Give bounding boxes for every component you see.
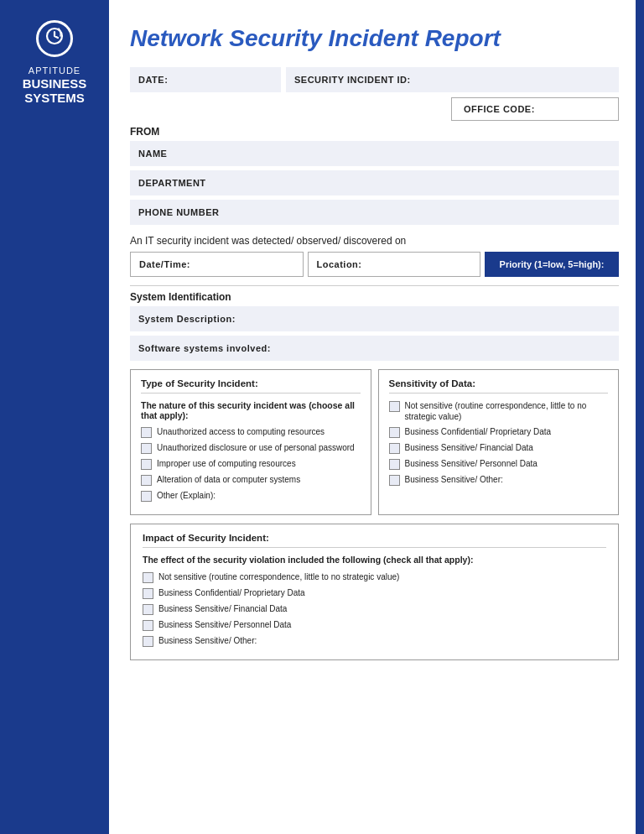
checkbox-label: Business Sensitive/ Financial Data [405, 442, 533, 453]
checkbox-label: Unauthorized disclosure or use of person… [157, 442, 355, 453]
security-id-field[interactable]: SECURITY INCIDENT ID: [286, 67, 619, 92]
system-section: System Identification System Description… [130, 285, 619, 361]
system-desc-field[interactable]: System Description: [130, 306, 619, 331]
checkbox-label: Not sensitive (routine correspondence, l… [158, 571, 399, 582]
system-desc-label: System Description: [138, 314, 236, 324]
impact-subtitle: The effect of the security violation inc… [143, 555, 606, 565]
department-field[interactable]: DEPARTMENT [130, 170, 619, 195]
checkbox-item: Business Sensitive/ Other: [143, 635, 606, 647]
checkbox-label: Business Confidential/ Proprietary Data [158, 587, 305, 598]
sidebar: APTITUDE BUSINESS SYSTEMS [0, 0, 109, 834]
checkbox-label: Alteration of data or computer systems [157, 474, 300, 485]
date-field[interactable]: DATE: [130, 67, 281, 92]
right-accent-bar [636, 0, 644, 834]
impact-section: Impact of Security Incident: The effect … [130, 524, 619, 660]
datetime-label: Date/Time: [139, 259, 190, 269]
checkbox-biz-confidential[interactable] [389, 427, 400, 438]
checkbox-other-type[interactable] [141, 491, 152, 502]
checkbox-not-sensitive[interactable] [389, 401, 400, 412]
checkbox-label: Other (Explain): [157, 490, 216, 501]
impact-title: Impact of Security Incident: [143, 533, 606, 548]
datetime-field[interactable]: Date/Time: [130, 252, 304, 277]
checkbox-item: Not sensitive (routine correspondence, l… [143, 571, 606, 583]
checkbox-biz-other[interactable] [389, 475, 400, 486]
incident-detected-label: An IT security incident was detected/ ob… [130, 235, 619, 247]
checkbox-label: Business Sensitive/ Personnel Data [405, 458, 538, 469]
checkbox-item: Business Sensitive/ Personnel Data [143, 619, 606, 631]
phone-field[interactable]: PHONE NUMBER [130, 200, 619, 225]
checkbox-item: Business Confidential/ Proprietary Data [389, 426, 609, 438]
checkbox-improper-use[interactable] [141, 459, 152, 470]
name-field[interactable]: NAME [130, 141, 619, 166]
system-id-title: System Identification [130, 285, 619, 306]
name-label: NAME [138, 149, 167, 159]
location-field[interactable]: Location: [308, 252, 481, 277]
checkbox-label: Business Confidential/ Proprietary Data [405, 426, 552, 437]
sensitivity-title: Sensitivity of Data: [389, 378, 609, 394]
priority-field[interactable]: Priority (1=low, 5=high): [485, 252, 619, 277]
brand: APTITUDE BUSINESS SYSTEMS [23, 65, 87, 105]
checkbox-label: Business Sensitive/ Other: [158, 635, 257, 646]
type-incident-title: Type of Security Incident: [141, 378, 361, 394]
systems-label: SYSTEMS [23, 91, 87, 106]
impact-checkbox-biz-confidential[interactable] [143, 588, 153, 599]
date-security-row: DATE: SECURITY INCIDENT ID: [130, 67, 619, 92]
logo-circle [36, 20, 73, 57]
security-id-label: SECURITY INCIDENT ID: [294, 75, 411, 85]
office-code-row: OFFICE CODE: [130, 97, 619, 121]
office-code-field[interactable]: OFFICE CODE: [451, 97, 619, 121]
checkbox-item: Business Sensitive/ Financial Data [143, 603, 606, 615]
checkbox-unauthorized-disclosure[interactable] [141, 443, 152, 454]
business-label: BUSINESS [23, 77, 87, 91]
sensitivity-box: Sensitivity of Data: Not sensitive (rout… [378, 369, 620, 515]
checkbox-item: Business Confidential/ Proprietary Data [143, 587, 606, 599]
date-label: DATE: [138, 75, 168, 85]
software-label: Software systems involved: [138, 343, 271, 353]
logo-icon [44, 26, 65, 51]
checkbox-label: Unauthorized access to computing resourc… [157, 426, 325, 437]
impact-checkbox-not-sensitive[interactable] [143, 572, 153, 583]
phone-label: PHONE NUMBER [138, 207, 219, 217]
priority-label: Priority (1=low, 5=high): [500, 259, 605, 269]
checkbox-alteration[interactable] [141, 475, 152, 486]
impact-checkbox-biz-personnel[interactable] [143, 620, 153, 631]
software-field[interactable]: Software systems involved: [130, 336, 619, 361]
aptitude-label: APTITUDE [23, 65, 87, 76]
report-title: Network Security Incident Report [130, 25, 619, 52]
checkbox-label: Improper use of computing resources [157, 458, 296, 469]
checkbox-label: Business Sensitive/ Other: [405, 474, 503, 485]
checkbox-item: Not sensitive (routine correspondence, l… [389, 400, 609, 422]
impact-checkbox-biz-financial[interactable] [143, 604, 153, 615]
checkbox-biz-personnel[interactable] [389, 459, 400, 470]
from-label: FROM [130, 126, 619, 138]
checkbox-item: Business Sensitive/ Financial Data [389, 442, 609, 454]
checkbox-item: Alteration of data or computer systems [141, 474, 361, 486]
two-col-section: Type of Security Incident: The nature of… [130, 369, 619, 515]
checkbox-item: Other (Explain): [141, 490, 361, 502]
type-incident-box: Type of Security Incident: The nature of… [130, 369, 371, 515]
checkbox-biz-financial[interactable] [389, 443, 400, 454]
incident-detail-row: Date/Time: Location: Priority (1=low, 5=… [130, 252, 619, 277]
impact-checkbox-biz-other[interactable] [143, 636, 153, 647]
office-code-label: OFFICE CODE: [464, 104, 535, 114]
checkbox-label: Business Sensitive/ Personnel Data [158, 619, 291, 630]
department-label: DEPARTMENT [138, 178, 206, 188]
checkbox-label: Business Sensitive/ Financial Data [158, 603, 287, 614]
checkbox-item: Unauthorized access to computing resourc… [141, 426, 361, 438]
main-content: Network Security Incident Report DATE: S… [109, 0, 644, 834]
checkbox-item: Improper use of computing resources [141, 458, 361, 470]
checkbox-unauthorized-access[interactable] [141, 427, 152, 438]
checkbox-label: Not sensitive (routine correspondence, l… [405, 400, 609, 422]
checkbox-item: Unauthorized disclosure or use of person… [141, 442, 361, 454]
nature-subtitle: The nature of this security incident was… [141, 400, 361, 420]
location-label: Location: [317, 259, 362, 269]
checkbox-item: Business Sensitive/ Other: [389, 474, 609, 486]
checkbox-item: Business Sensitive/ Personnel Data [389, 458, 609, 470]
